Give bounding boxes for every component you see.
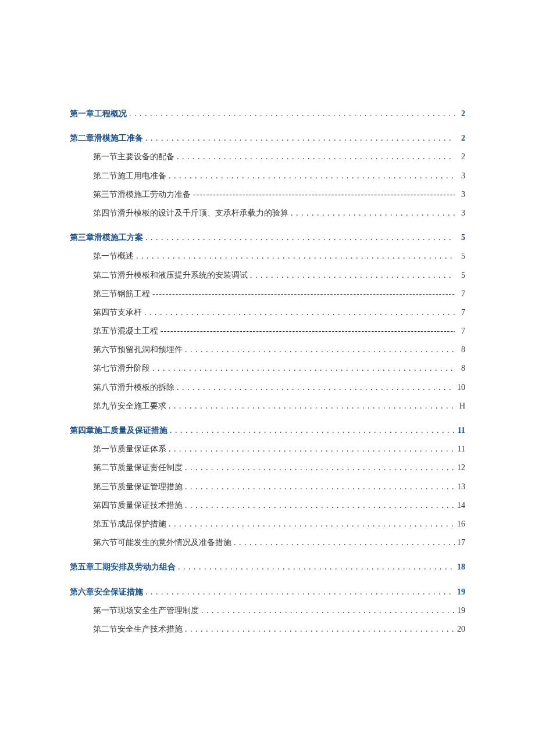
toc-page-number: 19 bbox=[455, 601, 465, 620]
toc-page-number: 5 bbox=[455, 266, 465, 285]
toc-entry: 第五章工期安排及劳动力组合. . . . . . . . . . . . . .… bbox=[70, 558, 465, 576]
toc-section-link[interactable]: 第一节主要设备的配备 bbox=[93, 148, 174, 166]
toc-page-number: 2 bbox=[455, 105, 465, 123]
toc-section-link[interactable]: 第六节预留孔洞和预埋件 bbox=[93, 341, 183, 359]
toc-section-link[interactable]: 第三节钢筋工程 bbox=[93, 285, 150, 303]
toc-leader: . . . . . . . . . . . . . . . . . . . . … bbox=[231, 533, 455, 552]
toc-leader: . . . . . . . . . . . . . . . . . . . . … bbox=[166, 167, 455, 185]
toc-section-link[interactable]: 第一节质量保证体系 bbox=[93, 440, 166, 458]
toc-leader: . . . . . . . . . . . . . . . . . . . . … bbox=[183, 620, 455, 639]
toc-leader: . . . . . . . . . . . . . . . . . . . . … bbox=[248, 266, 455, 285]
toc-chapter-link[interactable]: 第五章工期安排及劳动力组合 bbox=[70, 558, 176, 576]
toc-page-number: 12 bbox=[455, 458, 465, 477]
toc-section-link[interactable]: 第五节成品保护措施 bbox=[93, 515, 166, 533]
toc-entry: 第四节支承杆. . . . . . . . . . . . . . . . . … bbox=[70, 303, 465, 322]
toc-leader: . . . . . . . . . . . . . . . . . . . . … bbox=[150, 359, 455, 378]
toc-leader: . . . . . . . . . . . . . . . . . . . . … bbox=[143, 583, 455, 601]
toc-section-link[interactable]: 第五节混凝土工程 bbox=[93, 322, 158, 341]
toc-page-number: H bbox=[455, 397, 465, 415]
toc-entry: 第二节安全生产技术措施. . . . . . . . . . . . . . .… bbox=[70, 620, 465, 639]
toc-entry: 第九节安全施工要求. . . . . . . . . . . . . . . .… bbox=[70, 397, 465, 415]
toc-leader: . . . . . . . . . . . . . . . . . . . . … bbox=[288, 204, 455, 223]
toc-page-number: 7 bbox=[455, 303, 465, 322]
toc-page-number: 20 bbox=[455, 620, 465, 639]
toc-entry: 第四节质量保证技术措施. . . . . . . . . . . . . . .… bbox=[70, 496, 465, 515]
toc-leader: . . . . . . . . . . . . . . . . . . . . … bbox=[143, 228, 455, 247]
toc-chapter-link[interactable]: 第六章安全保证措施 bbox=[70, 583, 143, 601]
toc-section-link[interactable]: 第二节质量保证责任制度 bbox=[93, 458, 183, 477]
toc-leader: . . . . . . . . . . . . . . . . . . . . … bbox=[183, 458, 455, 477]
toc-page-number: 3 bbox=[455, 185, 465, 204]
toc-page-number: 7 bbox=[455, 285, 465, 303]
toc-page-number: 3 bbox=[455, 204, 465, 223]
toc-page-number: 5 bbox=[455, 228, 465, 247]
toc-entry: 第一章工程概况. . . . . . . . . . . . . . . . .… bbox=[70, 105, 465, 123]
toc-entry: 第三节滑模施工劳动力准备----------------------------… bbox=[70, 185, 465, 204]
toc-leader: . . . . . . . . . . . . . . . . . . . . … bbox=[127, 105, 455, 123]
toc-page-number: 11 bbox=[455, 421, 465, 440]
toc-page-number: 19 bbox=[455, 583, 465, 601]
toc-page-number: 16 bbox=[455, 515, 465, 533]
toc-leader: . . . . . . . . . . . . . . . . . . . . … bbox=[176, 558, 455, 576]
toc-page-number: 2 bbox=[455, 129, 465, 148]
toc-leader: ----------------------------------------… bbox=[158, 322, 455, 341]
toc-leader: ----------------------------------------… bbox=[150, 285, 455, 303]
toc-entry: 第一节主要设备的配备. . . . . . . . . . . . . . . … bbox=[70, 148, 465, 166]
toc-entry: 第一节概述. . . . . . . . . . . . . . . . . .… bbox=[70, 247, 465, 266]
toc-entry: 第三章滑模施工方案. . . . . . . . . . . . . . . .… bbox=[70, 228, 465, 247]
toc-entry: 第四章施工质量及保证措施. . . . . . . . . . . . . . … bbox=[70, 421, 465, 440]
toc-entry: 第六章安全保证措施. . . . . . . . . . . . . . . .… bbox=[70, 583, 465, 601]
toc-chapter-link[interactable]: 第四章施工质量及保证措施 bbox=[70, 421, 167, 440]
toc-page-number: 13 bbox=[455, 478, 465, 496]
toc-leader: . . . . . . . . . . . . . . . . . . . . … bbox=[166, 440, 455, 458]
toc-section-link[interactable]: 第四节支承杆 bbox=[93, 303, 142, 322]
toc-page-number: 14 bbox=[455, 496, 465, 515]
toc-section-link[interactable]: 第二节安全生产技术措施 bbox=[93, 620, 183, 639]
toc-page-number: 18 bbox=[455, 558, 465, 576]
toc-entry: 第二章滑模施工准备. . . . . . . . . . . . . . . .… bbox=[70, 129, 465, 148]
toc-entry: 第五节混凝土工程--------------------------------… bbox=[70, 322, 465, 341]
toc-page-number: 11 bbox=[455, 440, 465, 458]
toc-chapter-link[interactable]: 第三章滑模施工方案 bbox=[70, 228, 143, 247]
toc-entry: 第二节质量保证责任制度. . . . . . . . . . . . . . .… bbox=[70, 458, 465, 477]
toc-page-number: 10 bbox=[455, 378, 465, 397]
toc-leader: . . . . . . . . . . . . . . . . . . . . … bbox=[199, 601, 455, 620]
toc-page-number: 3 bbox=[455, 167, 465, 185]
toc-section-link[interactable]: 第一节概述 bbox=[93, 247, 134, 266]
toc-section-link[interactable]: 第二节滑升模板和液压提升系统的安装调试 bbox=[93, 266, 248, 285]
toc-page: 第一章工程概况. . . . . . . . . . . . . . . . .… bbox=[0, 0, 535, 673]
toc-section-link[interactable]: 第八节滑升模板的拆除 bbox=[93, 378, 174, 397]
toc-section-link[interactable]: 第四节滑升模板的设计及千斤顶、支承杆承载力的验算 bbox=[93, 204, 288, 223]
toc-leader: . . . . . . . . . . . . . . . . . . . . … bbox=[142, 303, 455, 322]
toc-chapter-link[interactable]: 第一章工程概况 bbox=[70, 105, 127, 123]
toc-section-link[interactable]: 第七节滑升阶段 bbox=[93, 359, 150, 378]
toc-page-number: 5 bbox=[455, 247, 465, 266]
toc-leader: . . . . . . . . . . . . . . . . . . . . … bbox=[183, 478, 455, 496]
toc-page-number: 8 bbox=[455, 341, 465, 359]
toc-section-link[interactable]: 第二节施工用电准备 bbox=[93, 167, 166, 185]
toc-leader: . . . . . . . . . . . . . . . . . . . . … bbox=[134, 247, 455, 266]
toc-section-link[interactable]: 第三节质量保证管理措施 bbox=[93, 478, 183, 496]
toc-chapter-link[interactable]: 第二章滑模施工准备 bbox=[70, 129, 143, 148]
toc-entry: 第六节预留孔洞和预埋件. . . . . . . . . . . . . . .… bbox=[70, 341, 465, 359]
toc-entry: 第二节施工用电准备. . . . . . . . . . . . . . . .… bbox=[70, 167, 465, 185]
toc-leader: . . . . . . . . . . . . . . . . . . . . … bbox=[166, 397, 455, 415]
toc-entry: 第五节成品保护措施. . . . . . . . . . . . . . . .… bbox=[70, 515, 465, 533]
toc-entry: 第一节现场安全生产管理制度. . . . . . . . . . . . . .… bbox=[70, 601, 465, 620]
toc-leader: . . . . . . . . . . . . . . . . . . . . … bbox=[143, 129, 455, 148]
toc-page-number: 17 bbox=[455, 533, 465, 552]
toc-leader: ----------------------------------------… bbox=[191, 185, 455, 204]
toc-section-link[interactable]: 第四节质量保证技术措施 bbox=[93, 496, 183, 515]
toc-section-link[interactable]: 第六节可能发生的意外情况及准备措施 bbox=[93, 533, 231, 552]
toc-entry: 第三节质量保证管理措施. . . . . . . . . . . . . . .… bbox=[70, 478, 465, 496]
toc-section-link[interactable]: 第九节安全施工要求 bbox=[93, 397, 166, 415]
toc-leader: . . . . . . . . . . . . . . . . . . . . … bbox=[166, 515, 455, 533]
toc-entry: 第一节质量保证体系. . . . . . . . . . . . . . . .… bbox=[70, 440, 465, 458]
toc-entry: 第六节可能发生的意外情况及准备措施. . . . . . . . . . . .… bbox=[70, 533, 465, 552]
toc-leader: . . . . . . . . . . . . . . . . . . . . … bbox=[174, 378, 455, 397]
toc-section-link[interactable]: 第一节现场安全生产管理制度 bbox=[93, 601, 199, 620]
toc-page-number: 2 bbox=[455, 148, 465, 166]
toc-page-number: 8 bbox=[455, 359, 465, 378]
toc-entry: 第二节滑升模板和液压提升系统的安装调试. . . . . . . . . . .… bbox=[70, 266, 465, 285]
toc-section-link[interactable]: 第三节滑模施工劳动力准备 bbox=[93, 185, 191, 204]
